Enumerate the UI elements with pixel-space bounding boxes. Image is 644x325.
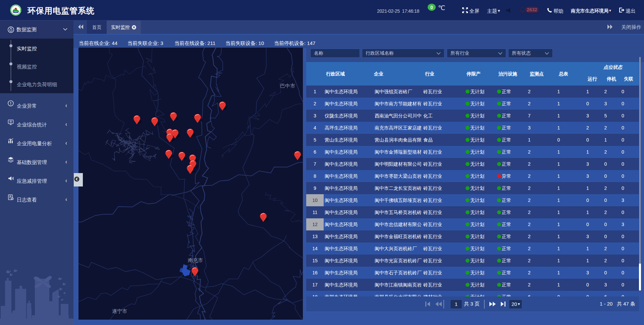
svg-text:0: 0: [430, 5, 433, 10]
